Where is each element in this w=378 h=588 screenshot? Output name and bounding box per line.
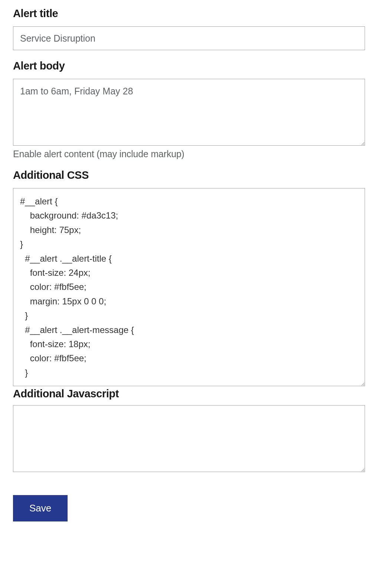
additional-js-label: Additional Javascript <box>13 388 365 400</box>
alert-body-label: Alert body <box>13 60 365 72</box>
alert-body-textarea[interactable]: 1am to 6am, Friday May 28 <box>13 79 365 146</box>
additional-css-textarea[interactable]: #__alert { background: #da3c13; height: … <box>13 188 365 386</box>
save-button[interactable]: Save <box>13 495 68 521</box>
alert-title-label: Alert title <box>13 7 365 20</box>
alert-body-group: Alert body 1am to 6am, Friday May 28 Ena… <box>13 60 365 159</box>
additional-js-textarea[interactable] <box>13 405 365 472</box>
alert-title-input[interactable] <box>13 26 365 50</box>
alert-body-help-text: Enable alert content (may include markup… <box>13 149 365 159</box>
additional-css-label: Additional CSS <box>13 169 365 181</box>
additional-css-group: Additional CSS #__alert { background: #d… <box>13 169 365 388</box>
alert-title-group: Alert title <box>13 7 365 50</box>
additional-js-group: Additional Javascript <box>13 388 365 474</box>
